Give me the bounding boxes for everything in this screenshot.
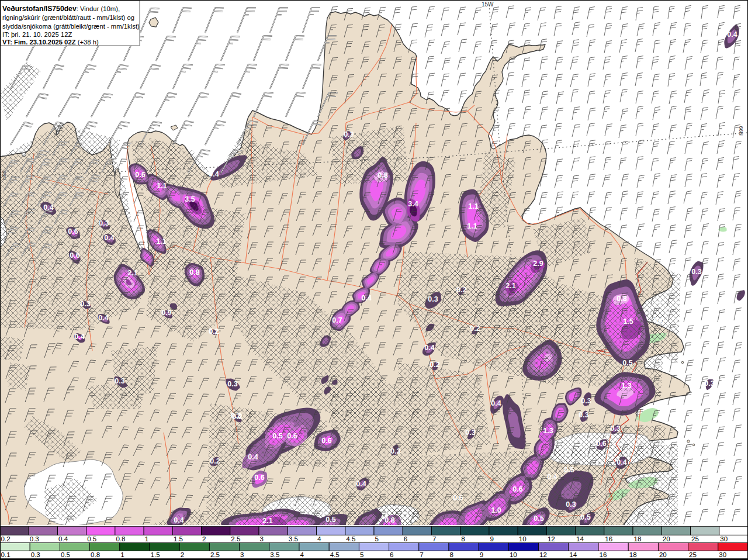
svg-text:20: 20 <box>659 551 667 558</box>
svg-text:0.1: 0.1 <box>1 551 11 558</box>
svg-text:1.1: 1.1 <box>467 222 477 230</box>
svg-text:0.6: 0.6 <box>254 473 264 482</box>
svg-text:0.3: 0.3 <box>227 380 237 388</box>
svg-text:5: 5 <box>360 551 363 558</box>
svg-text:10: 10 <box>519 535 527 542</box>
svg-text:0.8: 0.8 <box>116 535 125 542</box>
svg-text:18: 18 <box>634 535 642 542</box>
svg-text:0.3: 0.3 <box>344 130 354 139</box>
svg-text:15W: 15W <box>482 1 494 8</box>
svg-text:16: 16 <box>600 551 607 558</box>
svg-text:0.4: 0.4 <box>248 453 258 461</box>
svg-text:2: 2 <box>181 551 184 558</box>
svg-text:0.3: 0.3 <box>31 551 40 558</box>
svg-text:4: 4 <box>317 535 321 542</box>
svg-text:0.9: 0.9 <box>161 309 171 317</box>
svg-text:1.5: 1.5 <box>174 535 183 542</box>
svg-text:0.8: 0.8 <box>378 171 387 179</box>
svg-text:0.4: 0.4 <box>617 458 626 466</box>
svg-text:0.2: 0.2 <box>430 361 439 369</box>
svg-text:1.5: 1.5 <box>623 317 633 326</box>
svg-text:1.5: 1.5 <box>151 551 160 558</box>
svg-text:2.5: 2.5 <box>231 535 240 542</box>
svg-text:3.5: 3.5 <box>185 195 195 203</box>
svg-text:2.9: 2.9 <box>533 260 543 268</box>
svg-text:25: 25 <box>689 551 697 558</box>
svg-text:0.6: 0.6 <box>654 316 664 324</box>
svg-text:VT: Fim. 23.10.2025 02Z (+38 h: VT: Fim. 23.10.2025 02Z (+38 h) <box>2 39 99 46</box>
svg-text:0.4: 0.4 <box>356 480 366 488</box>
svg-text:slydda/snjókoma (grátt/bleikt/: slydda/snjókoma (grátt/bleikt/grænt - mm… <box>2 23 140 30</box>
svg-text:0.3: 0.3 <box>704 379 714 388</box>
svg-text:0.4: 0.4 <box>727 30 737 39</box>
svg-text:0.4: 0.4 <box>98 314 108 322</box>
svg-text:1: 1 <box>120 551 124 558</box>
svg-text:5: 5 <box>375 535 379 542</box>
svg-text:0.3: 0.3 <box>691 268 701 276</box>
svg-text:0.4: 0.4 <box>547 473 557 481</box>
svg-text:0.3: 0.3 <box>30 535 39 542</box>
svg-text:0.7: 0.7 <box>332 316 342 324</box>
svg-text:6: 6 <box>390 551 393 558</box>
svg-text:0.2: 0.2 <box>456 286 466 294</box>
svg-text:0.3: 0.3 <box>390 447 400 455</box>
svg-text:8: 8 <box>450 551 453 558</box>
svg-text:25: 25 <box>691 535 699 542</box>
svg-text:0.5: 0.5 <box>272 432 282 440</box>
svg-text:IT: þri. 21. 10. 2025 12Z: IT: þri. 21. 10. 2025 12Z <box>2 31 72 38</box>
svg-text:12: 12 <box>548 535 555 542</box>
svg-text:3.5: 3.5 <box>270 551 279 558</box>
svg-text:0.4: 0.4 <box>424 344 434 352</box>
svg-text:4.5: 4.5 <box>346 535 355 542</box>
svg-text:10: 10 <box>510 551 517 558</box>
svg-text:3.5: 3.5 <box>289 535 298 542</box>
svg-text:0.4: 0.4 <box>104 234 114 242</box>
svg-text:0.4: 0.4 <box>209 170 219 178</box>
svg-text:2.1: 2.1 <box>262 517 272 525</box>
svg-text:20: 20 <box>663 535 670 542</box>
svg-text:1.1: 1.1 <box>468 202 478 210</box>
svg-text:6: 6 <box>404 535 407 542</box>
svg-text:1.3: 1.3 <box>543 427 553 435</box>
svg-text:0.4: 0.4 <box>361 294 371 302</box>
svg-text:0.6: 0.6 <box>70 251 79 260</box>
svg-text:0.6: 0.6 <box>287 432 297 440</box>
svg-text:0.2: 0.2 <box>470 324 480 333</box>
svg-text:0.3: 0.3 <box>579 411 588 419</box>
svg-text:0.3: 0.3 <box>581 397 591 405</box>
svg-text:3: 3 <box>240 551 244 558</box>
svg-text:16: 16 <box>605 535 612 542</box>
svg-text:2: 2 <box>202 535 206 542</box>
svg-text:0.6: 0.6 <box>321 437 331 445</box>
svg-text:2.5: 2.5 <box>210 551 220 558</box>
svg-text:0.8: 0.8 <box>385 516 394 524</box>
svg-text:0.5: 0.5 <box>564 466 574 474</box>
svg-text:0.5: 0.5 <box>325 516 335 524</box>
svg-text:Veðurstofan/IS750dev: Vindur (: Veðurstofan/IS750dev: Vindur (10m), <box>2 5 120 13</box>
svg-text:0.4: 0.4 <box>58 535 68 542</box>
svg-text:30: 30 <box>720 535 728 542</box>
svg-text:0.3: 0.3 <box>80 300 90 308</box>
svg-text:1.1: 1.1 <box>157 182 167 190</box>
svg-text:1.1: 1.1 <box>156 237 166 246</box>
svg-text:0.4: 0.4 <box>43 203 53 212</box>
svg-text:12: 12 <box>539 551 547 558</box>
svg-text:0.5: 0.5 <box>622 359 632 367</box>
svg-text:14: 14 <box>576 535 584 542</box>
svg-text:0.6: 0.6 <box>68 227 78 236</box>
svg-text:0.3: 0.3 <box>115 377 124 385</box>
svg-text:0.2: 0.2 <box>209 327 219 336</box>
svg-text:0.6: 0.6 <box>596 440 606 448</box>
svg-text:0.5: 0.5 <box>61 551 70 558</box>
svg-text:0.8: 0.8 <box>617 295 626 303</box>
svg-text:0.5: 0.5 <box>534 514 543 523</box>
svg-text:0.2: 0.2 <box>231 412 241 420</box>
svg-text:4.5: 4.5 <box>330 551 340 558</box>
svg-text:1.0: 1.0 <box>491 506 501 514</box>
svg-text:2.1: 2.1 <box>505 282 515 290</box>
svg-text:rigning/skúrir (grænt/blátt/ra: rigning/skúrir (grænt/blátt/rautt - mm/1… <box>2 14 134 21</box>
svg-text:0.4: 0.4 <box>74 333 84 341</box>
svg-text:0.3: 0.3 <box>428 295 438 303</box>
svg-text:7: 7 <box>432 535 436 542</box>
svg-text:0.6: 0.6 <box>453 494 463 502</box>
